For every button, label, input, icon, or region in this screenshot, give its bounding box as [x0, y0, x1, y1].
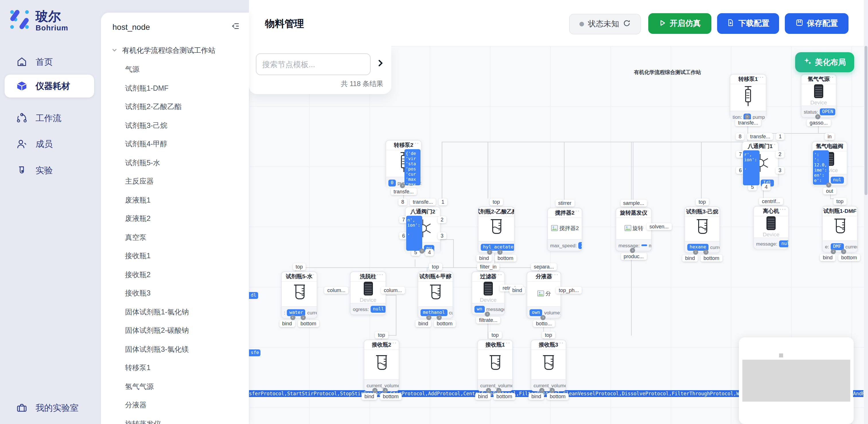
graph-node[interactable]: 过滤器···Devicewnmessage:mafilter_infiltrat… — [472, 271, 505, 315]
tree-item[interactable]: 废液瓶1 — [101, 191, 249, 209]
graph-node[interactable]: 试剂瓶1-DMF···e:DMFcurrent_voltopbindbottom… — [822, 206, 858, 252]
graph-node[interactable]: 八通阀门1···status:Idl8transfe...1762354r', … — [742, 141, 778, 186]
graph-node[interactable]: 八通阀门2···status:nu8transfe...1762354n', i… — [405, 207, 441, 252]
tree-item[interactable]: 废液瓶2 — [101, 209, 249, 228]
device-icon — [814, 84, 823, 98]
graph-node[interactable]: 试剂瓶5-水···:watercurrent_vtopbindbottom‹› — [281, 271, 317, 319]
port-dot-icon[interactable]: › — [498, 250, 503, 255]
status-badge[interactable]: 状态未知 — [569, 14, 641, 34]
tree-item[interactable]: 固体试剂瓶2-碳酸钠 — [101, 321, 249, 340]
node-menu-icon[interactable]: ··· — [496, 272, 502, 278]
save-config-button[interactable]: 保存配置 — [785, 13, 848, 34]
node-menu-icon[interactable]: ··· — [505, 207, 512, 213]
node-menu-icon[interactable]: ··· — [769, 142, 776, 147]
tree-item[interactable]: 氢气气源 — [101, 377, 249, 396]
port-dot-icon[interactable]: ‹ — [290, 315, 295, 320]
graph-node[interactable]: 接收瓶2···current_volume:0topbindbottom‹› — [364, 340, 399, 391]
port-dot-icon[interactable]: › — [301, 315, 306, 320]
tree-item[interactable]: 接收瓶2 — [101, 265, 249, 284]
node-menu-icon[interactable]: ··· — [838, 142, 845, 147]
port-dot-icon[interactable]: › — [815, 114, 820, 119]
graph-node[interactable]: 转移泵2···0pump_info:transfe...{'de 'vir 's… — [385, 140, 422, 186]
node-menu-icon[interactable]: ··· — [504, 340, 510, 346]
node-menu-icon[interactable]: ··· — [557, 340, 564, 346]
beautify-layout-button[interactable]: 美化布局 — [795, 52, 854, 72]
port-dot-icon[interactable]: › — [540, 315, 546, 320]
port-dot-icon[interactable]: › — [437, 315, 442, 320]
port-dot-icon[interactable]: ‹ — [427, 315, 432, 320]
graph-node[interactable]: 氢气电磁阀···Devicestatus:nulinout': ': 12.0,… — [812, 141, 847, 186]
port-dot-icon[interactable]: › — [745, 114, 750, 119]
port-dot-icon[interactable]: › — [420, 248, 425, 253]
graph-node[interactable]: 搅拌器2···搅拌器2max_speed:2000stirrer — [547, 208, 582, 251]
sidebar-item-workflow[interactable]: 工作流 — [5, 107, 94, 130]
port-dot-icon[interactable]: › — [704, 250, 709, 255]
port-dot-icon[interactable]: › — [630, 248, 636, 253]
node-menu-icon[interactable]: ··· — [552, 272, 559, 278]
tree-item[interactable]: 转移泵1 — [101, 359, 249, 377]
graph-node[interactable]: 试剂瓶3-己烷···hexanecurrent_vtopbindbottom‹› — [684, 207, 720, 253]
tree-item[interactable]: 固体试剂瓶1-氯化钠 — [101, 303, 249, 321]
node-menu-icon[interactable]: ··· — [444, 272, 451, 278]
node-menu-icon[interactable]: ··· — [308, 272, 315, 278]
graph-node[interactable]: 离心机···Devicemessage:nullmacentrif... — [753, 206, 789, 249]
graph-node[interactable]: 转移泵1···tion:0pumptransfe...› — [730, 74, 767, 118]
port-dot-icon[interactable]: › — [841, 249, 846, 254]
node-menu-icon[interactable]: ··· — [390, 340, 397, 346]
tree-item[interactable]: 分液器 — [101, 396, 249, 415]
download-config-button[interactable]: 下载配置 — [717, 13, 779, 34]
tree-item[interactable]: 接收瓶3 — [101, 284, 249, 303]
node-menu-icon[interactable]: ··· — [757, 74, 764, 80]
node-menu-icon[interactable]: ··· — [780, 207, 786, 212]
graph-node[interactable]: 试剂瓶4-甲醇···methanolcurrent_topbindbottom‹… — [417, 271, 453, 319]
minimap[interactable] — [739, 337, 854, 424]
node-menu-icon[interactable]: ··· — [827, 74, 834, 80]
node-menu-icon[interactable]: ··· — [848, 207, 856, 212]
sidebar-item-instruments[interactable]: 仪器耗材 — [5, 74, 94, 97]
node-menu-icon[interactable]: ··· — [377, 272, 384, 278]
graph-node[interactable]: 分液器···分ownvolume:250separa...botto...bin… — [527, 271, 561, 319]
port-dot-icon[interactable]: ‹ — [693, 250, 699, 255]
tree-item[interactable]: 接收瓶1 — [101, 247, 249, 265]
graph-node[interactable]: 旋转蒸发仪···旋转message:max_sample...produc...… — [616, 208, 652, 251]
search-submit-icon[interactable] — [375, 58, 385, 68]
tree-item[interactable]: 主反应器 — [101, 172, 249, 191]
tree-item[interactable]: 试剂瓶4-甲醇 — [101, 135, 249, 153]
tree-item[interactable]: 真空泵 — [101, 228, 249, 247]
start-simulation-button[interactable]: 开启仿真 — [648, 13, 711, 34]
node-menu-icon[interactable]: ··· — [573, 208, 580, 214]
port-dot-icon[interactable]: › — [826, 182, 831, 188]
tree-item[interactable]: 试剂瓶5-水 — [101, 153, 249, 172]
search-input[interactable] — [256, 53, 371, 75]
collapse-panel-icon[interactable] — [231, 22, 240, 32]
port-dot-icon[interactable]: › — [485, 311, 490, 317]
tree-item[interactable]: 试剂瓶1-DMF — [101, 79, 249, 97]
refresh-icon[interactable] — [623, 20, 630, 29]
graph-node[interactable]: 试剂瓶2-乙酸乙酯···hyl_acetatecurretopbindbotto… — [478, 207, 515, 253]
port-dot-icon[interactable]: ‹ — [831, 249, 836, 254]
tree-item[interactable]: 试剂瓶2-乙酸乙酯 — [101, 97, 249, 116]
logo: 玻尔 Bohrium — [8, 8, 68, 33]
tree-item[interactable]: 试剂瓶3-己烷 — [101, 116, 249, 135]
graph-node[interactable]: 氢气气源···Devicestatus:OPENgasso...› — [801, 74, 836, 118]
tree-item[interactable]: 固体试剂瓶3-氯化镁 — [101, 340, 249, 359]
tree-item[interactable]: 旋转蒸发仪 — [101, 415, 249, 424]
graph-node[interactable]: 接收瓶1···current_volume:0topbindbottom‹› — [477, 340, 513, 391]
sidebar-item-my-lab[interactable]: 我的实验室 — [5, 396, 94, 419]
sidebar-item-members[interactable]: 成员 — [5, 132, 94, 155]
tree-item[interactable]: 气源 — [101, 60, 249, 79]
minimap-viewport[interactable] — [742, 360, 850, 402]
sidebar-item-home[interactable]: 首页 — [5, 51, 94, 73]
page-scrollbar[interactable] — [864, 0, 868, 424]
port-dot-icon[interactable]: ‹ — [487, 250, 492, 255]
node-menu-icon[interactable]: ··· — [711, 207, 718, 213]
graph-canvas[interactable]: 有机化学流程综合测试工作站 sferProtocol,StartStirProt… — [249, 46, 864, 424]
tree-group-row[interactable]: 有机化学流程综合测试工作站 — [111, 46, 249, 56]
graph-node[interactable]: 洗脱柱···Deviceogress:nullcolucolum...colum… — [350, 271, 386, 315]
sidebar-item-experiments[interactable]: 实验 — [5, 159, 94, 182]
node-menu-icon[interactable]: ··· — [412, 141, 420, 146]
node-menu-icon[interactable]: ··· — [431, 207, 438, 213]
scrollbar-thumb[interactable] — [865, 46, 867, 195]
node-menu-icon[interactable]: ··· — [643, 208, 649, 214]
graph-node[interactable]: 接收瓶3···current_volume:0topbindbottom‹› — [531, 340, 566, 391]
